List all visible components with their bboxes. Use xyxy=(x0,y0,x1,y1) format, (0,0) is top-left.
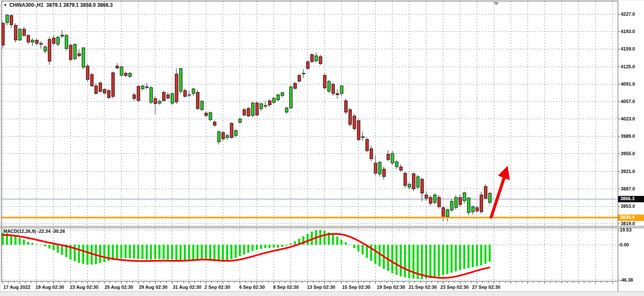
candlestick xyxy=(35,40,38,43)
candlestick xyxy=(196,92,199,109)
chart-window: ▼CHINA300-,H1 3879.1 3879.1 3858.0 3866.… xyxy=(0,0,644,296)
time-axis-label: 6 Sep 02:30 xyxy=(239,285,265,290)
time-axis-label: 19 Aug 02:30 xyxy=(36,285,64,290)
candlestick xyxy=(82,48,85,67)
candlestick xyxy=(10,16,13,25)
window-edge-bottom xyxy=(0,291,644,296)
candlestick xyxy=(52,38,55,43)
candlestick xyxy=(137,87,140,101)
time-axis-label: 8 Sep 02:30 xyxy=(273,285,299,290)
time-axis-label: 29 Aug 02:30 xyxy=(139,285,167,290)
candlestick xyxy=(73,44,76,59)
price-axis-label: 3989.0 xyxy=(621,134,635,139)
candlestick xyxy=(158,101,161,103)
candlestick xyxy=(272,98,275,103)
price-axis-label: 3921.0 xyxy=(621,169,635,174)
candlestick xyxy=(217,131,220,142)
candlestick xyxy=(433,195,436,202)
time-axis[interactable]: 17 Aug 202219 Aug 02:3023 Aug 02:3025 Au… xyxy=(0,282,644,291)
candlestick xyxy=(103,89,106,93)
candlestick xyxy=(378,162,381,174)
time-axis-label: 23 Aug 02:30 xyxy=(70,285,98,290)
candlestick xyxy=(48,39,51,61)
macd-indicator-label: MACD(12,26,9) -22.34 -30.26 xyxy=(3,229,65,234)
candlestick xyxy=(56,37,59,44)
candlestick xyxy=(133,95,135,99)
candlestick xyxy=(166,95,169,98)
candlestick xyxy=(340,86,343,94)
candlestick xyxy=(353,116,356,128)
candlestick xyxy=(416,177,419,187)
candlestick xyxy=(77,53,80,56)
candlestick xyxy=(6,15,8,22)
candlestick xyxy=(323,75,326,88)
ohlc-values: 3879.1 3879.1 3858.0 3866.3 xyxy=(46,2,113,8)
price-axis-label: 4193.0 xyxy=(621,29,635,34)
scroll-to-end-marker[interactable] xyxy=(493,2,499,5)
time-axis-label: 13 Sep 02:30 xyxy=(307,285,335,290)
current-price-tag: 3866.3 xyxy=(618,196,644,202)
candlestick xyxy=(408,184,411,187)
price-axis-label: 4057.0 xyxy=(621,99,635,104)
price-axis-label: 3955.0 xyxy=(621,151,635,156)
price-axis[interactable]: 4227.04193.04159.04125.04091.04057.04023… xyxy=(618,1,644,281)
candlestick xyxy=(429,197,432,204)
candlestick xyxy=(243,109,246,115)
candlestick xyxy=(412,174,415,189)
symbol-dropdown-icon[interactable]: ▼ xyxy=(3,3,7,7)
candlestick xyxy=(27,36,30,42)
candlestick xyxy=(420,179,423,193)
candlestick xyxy=(442,207,445,218)
time-axis-label: 21 Sep 02:30 xyxy=(409,285,437,290)
candlestick xyxy=(344,101,347,112)
candlestick xyxy=(450,201,453,210)
candles-layer xyxy=(1,14,491,221)
candlestick xyxy=(437,197,440,207)
time-axis-label: 31 Aug 02:30 xyxy=(173,285,201,290)
panel-splitter[interactable] xyxy=(0,226,644,228)
price-axis-label: 4023.0 xyxy=(621,116,635,121)
candlestick xyxy=(446,209,449,216)
candlestick xyxy=(39,43,42,44)
candlestick xyxy=(188,95,191,95)
macd-histogram xyxy=(2,230,491,279)
candlestick xyxy=(289,87,292,108)
candlestick xyxy=(365,139,368,151)
candlestick xyxy=(480,195,483,212)
candlestick xyxy=(264,106,267,106)
candlestick xyxy=(488,193,491,203)
candlestick xyxy=(18,29,21,40)
candlestick xyxy=(61,35,64,36)
candlestick xyxy=(459,197,462,204)
candlestick xyxy=(454,197,457,207)
candlestick xyxy=(230,123,233,138)
candlestick xyxy=(391,153,394,163)
chart-canvas[interactable] xyxy=(0,0,644,296)
price-axis-label: 3819.0 xyxy=(621,221,635,226)
candlestick xyxy=(357,121,360,140)
candlestick xyxy=(120,67,123,75)
candlestick xyxy=(387,154,390,160)
candlestick xyxy=(116,66,119,68)
candlestick xyxy=(463,193,466,201)
time-axis-label: 19 Sep 02:30 xyxy=(377,285,405,290)
candlestick xyxy=(361,137,364,137)
candlestick xyxy=(247,109,250,116)
candlestick xyxy=(395,162,398,167)
candlestick xyxy=(124,73,127,75)
candlestick xyxy=(281,92,284,95)
candlestick xyxy=(149,87,152,102)
candlestick xyxy=(302,73,305,74)
candlestick xyxy=(348,109,351,124)
candlestick xyxy=(370,148,373,159)
candlestick xyxy=(251,103,254,115)
candlestick xyxy=(336,94,339,95)
candlestick xyxy=(44,47,47,51)
candlestick xyxy=(475,207,478,211)
candlestick xyxy=(306,62,309,69)
candlestick xyxy=(374,163,377,173)
price-axis-label: 4091.0 xyxy=(621,81,635,87)
candlestick xyxy=(209,112,212,120)
candlestick xyxy=(200,101,203,109)
candlestick xyxy=(276,95,279,100)
